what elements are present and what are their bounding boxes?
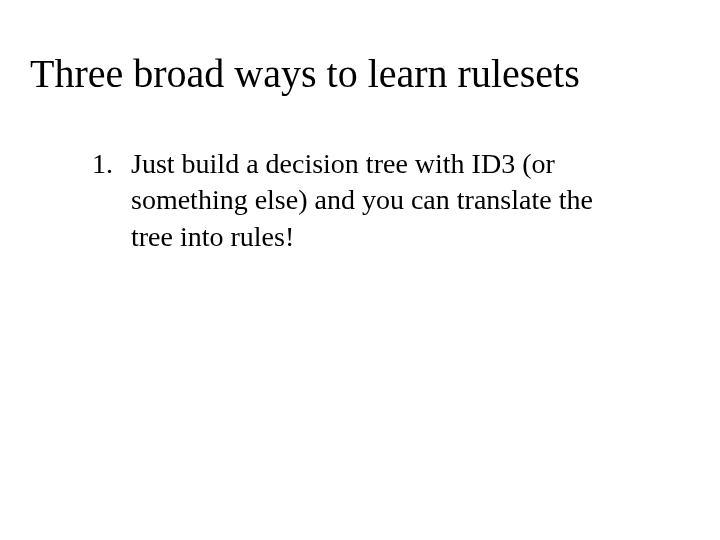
- list-item: 1. Just build a decision tree with ID3 (…: [92, 146, 690, 255]
- slide: Three broad ways to learn rulesets 1. Ju…: [0, 0, 720, 540]
- numbered-list: 1. Just build a decision tree with ID3 (…: [30, 146, 690, 255]
- slide-title: Three broad ways to learn rulesets: [30, 50, 690, 98]
- list-text: Just build a decision tree with ID3 (or …: [131, 146, 690, 255]
- list-marker: 1.: [92, 146, 113, 182]
